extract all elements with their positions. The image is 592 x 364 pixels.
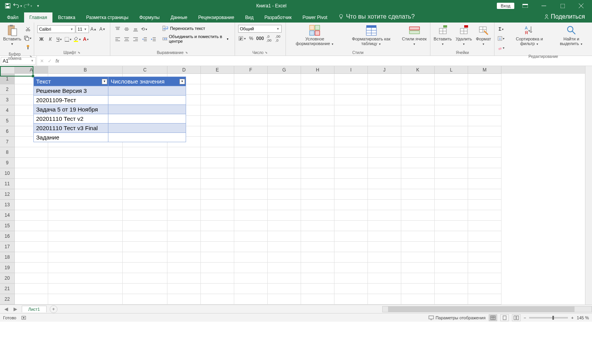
cell[interactable] bbox=[268, 84, 301, 95]
cell[interactable] bbox=[468, 284, 501, 294]
decrease-indent-button[interactable] bbox=[140, 35, 149, 44]
cell[interactable] bbox=[435, 294, 468, 305]
row-header-10[interactable]: 10 bbox=[0, 168, 15, 179]
cell[interactable] bbox=[48, 179, 123, 189]
cell[interactable] bbox=[301, 242, 334, 252]
cell[interactable] bbox=[48, 242, 123, 252]
cell[interactable] bbox=[401, 147, 435, 158]
find-select-button[interactable]: Найти и выделить ▼ bbox=[552, 23, 590, 47]
cell[interactable] bbox=[435, 189, 468, 200]
row-header-14[interactable]: 14 bbox=[0, 210, 15, 221]
cell[interactable] bbox=[234, 95, 268, 105]
cell[interactable] bbox=[401, 252, 435, 263]
table-cell[interactable] bbox=[108, 105, 186, 114]
cell[interactable] bbox=[401, 158, 435, 168]
cell[interactable] bbox=[468, 294, 501, 305]
row-header-2[interactable]: 2 bbox=[0, 84, 15, 95]
table-cell[interactable]: 20201110 Тест v3 Final bbox=[34, 124, 108, 133]
tab-разработчик[interactable]: Разработчик bbox=[259, 12, 297, 23]
cell[interactable] bbox=[468, 231, 501, 242]
cell[interactable] bbox=[234, 221, 268, 231]
cell[interactable] bbox=[301, 263, 334, 273]
save-button[interactable] bbox=[3, 1, 12, 10]
row-header-6[interactable]: 6 bbox=[0, 126, 15, 137]
decrease-decimal-button[interactable]: ,00,0 bbox=[274, 34, 282, 43]
cell[interactable] bbox=[435, 284, 468, 294]
copy-button[interactable]: ▼ bbox=[24, 34, 32, 42]
cell[interactable] bbox=[167, 294, 201, 305]
row-header-15[interactable]: 15 bbox=[0, 221, 15, 231]
enter-icon[interactable]: ✓ bbox=[48, 58, 52, 64]
cell[interactable] bbox=[435, 95, 468, 105]
col-header-L[interactable]: L bbox=[435, 66, 468, 74]
cell[interactable] bbox=[401, 105, 435, 116]
horizontal-scrollbar[interactable] bbox=[382, 306, 592, 312]
cell[interactable] bbox=[435, 221, 468, 231]
sheet-next-button[interactable]: ► bbox=[12, 306, 19, 313]
cell[interactable] bbox=[435, 158, 468, 168]
cancel-icon[interactable]: ✕ bbox=[40, 58, 44, 64]
cell[interactable] bbox=[301, 147, 334, 158]
cell[interactable] bbox=[401, 200, 435, 210]
cell[interactable] bbox=[234, 273, 268, 284]
cell[interactable] bbox=[468, 158, 501, 168]
cell[interactable] bbox=[234, 74, 268, 84]
table-cell[interactable]: Задание bbox=[34, 133, 108, 142]
font-color-button[interactable]: A▼ bbox=[82, 35, 91, 44]
increase-font-button[interactable]: A▲ bbox=[89, 25, 98, 33]
cell[interactable] bbox=[167, 147, 201, 158]
cell[interactable] bbox=[301, 231, 334, 242]
cell[interactable] bbox=[334, 84, 368, 95]
cell[interactable] bbox=[48, 158, 123, 168]
cell[interactable] bbox=[201, 137, 234, 147]
cell[interactable] bbox=[368, 284, 401, 294]
filter-icon[interactable]: ▼ bbox=[102, 79, 107, 84]
cell[interactable] bbox=[234, 242, 268, 252]
cell[interactable] bbox=[435, 137, 468, 147]
cell[interactable] bbox=[301, 179, 334, 189]
cell[interactable] bbox=[48, 273, 123, 284]
tab-рецензирование[interactable]: Рецензирование bbox=[193, 12, 240, 23]
cell[interactable] bbox=[401, 221, 435, 231]
cell[interactable] bbox=[401, 273, 435, 284]
tab-power-pivot[interactable]: Power Pivot bbox=[297, 12, 333, 23]
number-launcher[interactable]: ⬊ bbox=[265, 51, 268, 54]
cell[interactable] bbox=[334, 158, 368, 168]
cell[interactable] bbox=[123, 263, 167, 273]
cell[interactable] bbox=[167, 210, 201, 221]
cell[interactable] bbox=[268, 294, 301, 305]
cell[interactable] bbox=[234, 137, 268, 147]
cell[interactable] bbox=[234, 200, 268, 210]
cell[interactable] bbox=[201, 95, 234, 105]
cell[interactable] bbox=[401, 74, 435, 84]
cell[interactable] bbox=[334, 294, 368, 305]
paste-button[interactable]: Вставить▼ bbox=[2, 23, 23, 47]
cell[interactable] bbox=[123, 252, 167, 263]
cell[interactable] bbox=[368, 147, 401, 158]
font-name-combo[interactable]: Calibri▼ bbox=[37, 25, 75, 33]
cell[interactable] bbox=[435, 273, 468, 284]
row-header-19[interactable]: 19 bbox=[0, 263, 15, 273]
cell[interactable] bbox=[401, 284, 435, 294]
col-header-J[interactable]: J bbox=[368, 66, 401, 74]
cell[interactable] bbox=[368, 189, 401, 200]
login-button[interactable]: Вход bbox=[497, 3, 514, 9]
cell[interactable] bbox=[201, 84, 234, 95]
cell[interactable] bbox=[368, 242, 401, 252]
cell[interactable] bbox=[301, 74, 334, 84]
cell[interactable] bbox=[401, 84, 435, 95]
cell[interactable] bbox=[234, 231, 268, 242]
border-button[interactable]: ▼ bbox=[64, 35, 73, 44]
col-header-B[interactable]: B bbox=[48, 66, 123, 74]
row-header-13[interactable]: 13 bbox=[0, 200, 15, 210]
cell[interactable] bbox=[48, 231, 123, 242]
share-button[interactable]: Поделиться bbox=[538, 11, 590, 23]
font-size-combo[interactable]: 11▼ bbox=[76, 25, 89, 33]
align-right-button[interactable] bbox=[131, 35, 140, 44]
cell[interactable] bbox=[334, 137, 368, 147]
cell[interactable] bbox=[368, 116, 401, 126]
cell[interactable] bbox=[123, 284, 167, 294]
col-header-K[interactable]: K bbox=[401, 66, 435, 74]
cell[interactable] bbox=[201, 74, 234, 84]
cell[interactable] bbox=[268, 116, 301, 126]
